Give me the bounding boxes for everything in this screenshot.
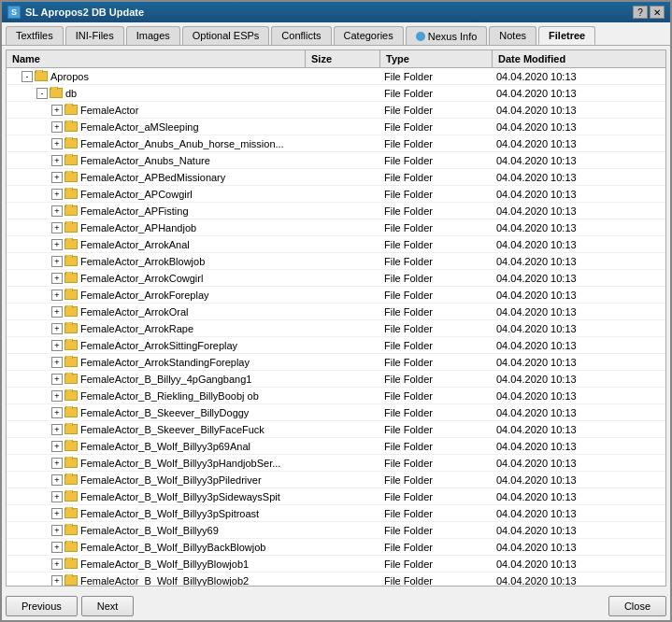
tree-expander[interactable]: + — [51, 273, 63, 284]
tab-images[interactable]: Images — [126, 26, 180, 45]
table-row[interactable]: +FemaleActor_B_Wolf_Billyy3pPiledriverFi… — [7, 472, 665, 488]
table-row[interactable]: +FemaleActor_B_Skeever_BillyDoggyFile Fo… — [7, 404, 665, 421]
help-button[interactable]: ? — [633, 6, 648, 19]
tab-filetree[interactable]: Filetree — [538, 26, 595, 45]
table-row[interactable]: +FemaleActor_APHandjobFile Folder04.04.2… — [7, 219, 665, 236]
table-row[interactable]: +FemaleActor_ArrokForeplayFile Folder04.… — [7, 287, 665, 304]
file-name: FemaleActor — [80, 105, 138, 116]
file-size — [306, 210, 380, 212]
tree-expander[interactable]: + — [51, 239, 63, 250]
table-row[interactable]: +FemaleActor_ArrokOralFile Folder04.04.2… — [7, 304, 665, 320]
folder-icon — [35, 71, 48, 81]
table-row[interactable]: +FemaleActor_B_Wolf_Billyy3pSidewaysSpit… — [7, 488, 665, 505]
tree-expander[interactable]: + — [51, 340, 63, 351]
table-row[interactable]: +FemaleActor_B_Wolf_Billyy3pHandjobSer..… — [7, 455, 665, 472]
folder-icon — [64, 407, 78, 417]
file-date: 04.04.2020 10:13 — [493, 238, 665, 251]
table-row[interactable]: +FemaleActor_B_Wolf_Billyy3pSpitroastFil… — [7, 505, 665, 522]
tab-textfiles[interactable]: Textfiles — [6, 26, 64, 45]
tree-expander[interactable]: + — [51, 306, 63, 318]
tree-expander[interactable]: + — [51, 525, 63, 536]
tree-expander[interactable]: + — [51, 390, 63, 402]
table-row[interactable]: +FemaleActor_APBedMissionaryFile Folder0… — [7, 169, 665, 186]
tree-expander[interactable]: + — [51, 458, 63, 469]
table-row[interactable]: -dbFile Folder04.04.2020 10:13 — [7, 85, 665, 102]
next-button[interactable]: Next — [81, 596, 135, 616]
table-row[interactable]: +FemaleActor_ArrokStandingForeplayFile F… — [7, 354, 665, 371]
tree-expander[interactable]: + — [51, 323, 63, 334]
tree-expander[interactable]: + — [51, 474, 63, 486]
tree-expander[interactable]: - — [21, 71, 33, 82]
tab-conflicts[interactable]: Conflicts — [271, 26, 331, 45]
folder-icon — [64, 558, 78, 569]
tree-expander[interactable]: + — [51, 172, 63, 183]
table-row[interactable]: +FemaleActor_aMSleepingFile Folder04.04.… — [7, 119, 665, 135]
table-row[interactable]: +FemaleActor_B_Billyy_4pGangbang1File Fo… — [7, 371, 665, 388]
table-row[interactable]: +FemaleActor_B_Wolf_BillyyBlowjob1File F… — [7, 556, 665, 573]
tree-expander[interactable]: + — [51, 155, 63, 166]
tab-categories[interactable]: Categories — [334, 26, 404, 45]
col-name: Name — [7, 50, 306, 67]
table-row[interactable]: +FemaleActor_B_Wolf_Billyy3p69AnalFile F… — [7, 438, 665, 455]
table-row[interactable]: +FemaleActor_B_Riekling_BillyBoobj obFil… — [7, 388, 665, 404]
tree-expander[interactable]: + — [51, 558, 63, 570]
folder-icon — [64, 189, 78, 199]
tab-optional-esps[interactable]: Optional ESPs — [182, 26, 270, 45]
tree-expander[interactable]: + — [51, 105, 63, 116]
tree-expander[interactable]: + — [51, 290, 63, 301]
file-size — [306, 412, 380, 414]
tree-expander[interactable]: + — [51, 222, 63, 233]
file-size — [306, 277, 380, 279]
table-row[interactable]: +FemaleActor_B_Skeever_BillyFaceFuckFile… — [7, 421, 665, 438]
table-row[interactable]: -AproposFile Folder04.04.2020 10:13 — [7, 68, 665, 85]
tree-expander[interactable]: + — [51, 374, 63, 385]
table-row[interactable]: +FemaleActor_B_Wolf_BillyyBlowjob2File F… — [7, 573, 665, 586]
col-type: Type — [380, 50, 493, 67]
file-date: 04.04.2020 10:13 — [493, 558, 665, 571]
table-row[interactable]: +FemaleActor_B_Wolf_BillyyBackBlowjobFil… — [7, 539, 665, 556]
folder-icon — [64, 306, 78, 317]
tree-expander[interactable]: - — [36, 88, 48, 99]
table-row[interactable]: +FemaleActor_ArrokSittingForeplayFile Fo… — [7, 337, 665, 354]
table-row[interactable]: +FemaleActor_APCowgirlFile Folder04.04.2… — [7, 186, 665, 203]
table-row[interactable]: +FemaleActor_B_Wolf_Billyy69File Folder0… — [7, 522, 665, 539]
tree-expander[interactable]: + — [51, 491, 63, 502]
tree-expander[interactable]: + — [51, 357, 63, 368]
tree-expander[interactable]: + — [51, 138, 63, 149]
tree-expander[interactable]: + — [51, 121, 63, 133]
file-size — [306, 513, 380, 515]
tab-nexus-info[interactable]: Nexus Info — [406, 26, 488, 45]
tree-body[interactable]: -AproposFile Folder04.04.2020 10:13-dbFi… — [7, 68, 665, 586]
table-row[interactable]: +FemaleActor_ArrokAnalFile Folder04.04.2… — [7, 236, 665, 253]
table-row[interactable]: +FemaleActor_Anubs_NatureFile Folder04.0… — [7, 152, 665, 169]
tab-notes[interactable]: Notes — [489, 26, 536, 45]
file-date: 04.04.2020 10:13 — [493, 171, 665, 184]
tree-expander[interactable]: + — [51, 441, 63, 452]
file-size — [306, 177, 380, 178]
tree-expander[interactable]: + — [51, 508, 63, 519]
table-row[interactable]: +FemaleActor_ArrokCowgirlFile Folder04.0… — [7, 270, 665, 287]
tree-expander[interactable]: + — [51, 189, 63, 200]
previous-button[interactable]: Previous — [6, 596, 78, 616]
file-date: 04.04.2020 10:13 — [493, 389, 665, 403]
tree-expander[interactable]: + — [51, 205, 63, 217]
file-date: 04.04.2020 10:13 — [493, 137, 665, 150]
table-row[interactable]: +FemaleActor_APFistingFile Folder04.04.2… — [7, 203, 665, 219]
tree-expander[interactable]: + — [51, 542, 63, 553]
main-window: S SL Apropos2 DB Update ? ✕ Textfiles IN… — [0, 0, 672, 622]
file-type: File Folder — [380, 255, 493, 268]
close-button[interactable]: Close — [608, 596, 666, 616]
table-row[interactable]: +FemaleActor_ArrokBlowjobFile Folder04.0… — [7, 253, 665, 270]
file-type: File Folder — [380, 322, 493, 335]
folder-icon — [64, 172, 78, 182]
tab-ini-files[interactable]: INI-Files — [65, 26, 124, 45]
tree-expander[interactable]: + — [51, 424, 63, 435]
tree-expander[interactable]: + — [51, 575, 63, 587]
table-row[interactable]: +FemaleActorFile Folder04.04.2020 10:13 — [7, 102, 665, 119]
file-size — [306, 496, 380, 498]
table-row[interactable]: +FemaleActor_Anubs_Anub_horse_mission...… — [7, 135, 665, 152]
tree-expander[interactable]: + — [51, 256, 63, 267]
tree-expander[interactable]: + — [51, 407, 63, 418]
table-row[interactable]: +FemaleActor_ArrokRapeFile Folder04.04.2… — [7, 320, 665, 337]
window-close-button[interactable]: ✕ — [650, 6, 665, 19]
